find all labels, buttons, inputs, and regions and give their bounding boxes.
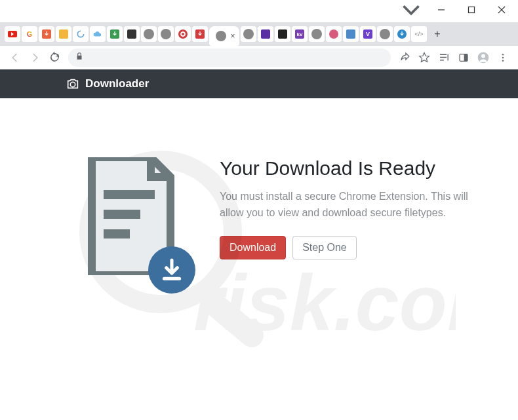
tab-strip: G × kv V </> + [0, 22, 518, 46]
share-icon[interactable] [395, 48, 414, 67]
document-download-icon [79, 157, 190, 288]
tab-shield[interactable] [258, 26, 273, 42]
tab-gear[interactable] [275, 26, 290, 42]
tab-active[interactable]: × [209, 26, 239, 46]
tab-cloud[interactable] [90, 26, 106, 42]
tab-globe-1[interactable] [141, 26, 157, 42]
bookmark-star-icon[interactable] [414, 48, 434, 67]
page-heading: Your Download Is Ready [220, 157, 472, 180]
maximize-button[interactable] [456, 0, 487, 20]
reading-list-icon[interactable] [434, 48, 454, 67]
minimize-button[interactable] [426, 0, 456, 20]
svg-rect-14 [104, 190, 155, 199]
camera-icon [66, 77, 80, 91]
svg-point-8 [502, 54, 504, 55]
window-titlebar [0, 0, 518, 22]
download-button[interactable]: Download [220, 236, 286, 259]
lock-icon [75, 52, 84, 63]
svg-rect-12 [198, 288, 268, 352]
step-one-button[interactable]: Step One [292, 236, 357, 259]
tab-download-green[interactable] [107, 26, 123, 42]
tab-download-blue[interactable] [394, 26, 410, 42]
tab-target[interactable] [175, 26, 191, 42]
address-bar [0, 46, 518, 69]
tab-globe-2[interactable] [158, 26, 174, 42]
text-column: Your Download Is Ready You must install … [220, 157, 472, 288]
tab-download-red[interactable] [192, 26, 208, 42]
svg-point-9 [502, 56, 504, 58]
tab-download-orange[interactable] [39, 26, 54, 42]
svg-point-7 [481, 54, 485, 58]
tab-kv[interactable]: kv [292, 26, 308, 42]
profile-avatar-icon[interactable] [473, 48, 493, 67]
tab-vbar[interactable]: V [360, 26, 376, 42]
tab-globe-4[interactable] [309, 26, 325, 42]
side-panel-icon[interactable] [454, 48, 473, 67]
back-button[interactable] [5, 48, 25, 67]
button-row: Download Step One [220, 236, 472, 259]
kebab-menu-icon[interactable] [493, 48, 513, 67]
brand-name: Downloader [85, 77, 149, 90]
tab-rec[interactable] [326, 26, 342, 42]
close-window-button[interactable] [487, 0, 517, 20]
tab-sync[interactable] [73, 26, 89, 42]
svg-rect-16 [104, 229, 130, 239]
forward-button[interactable] [25, 48, 45, 67]
page-content: risk.com Downloader Your Download Is Rea… [0, 69, 518, 420]
tab-google[interactable]: G [22, 26, 37, 42]
tab-globe-3[interactable] [241, 26, 256, 42]
tab-stack-blue[interactable] [343, 26, 359, 42]
tab-screen[interactable] [124, 26, 140, 42]
download-arrow-icon [148, 246, 195, 294]
tab-stack-yellow[interactable] [56, 26, 71, 42]
tab-code[interactable]: </> [411, 26, 427, 42]
svg-rect-15 [104, 210, 140, 219]
svg-rect-5 [464, 54, 468, 61]
new-tab-button[interactable]: + [428, 26, 447, 42]
site-banner: Downloader [0, 69, 518, 98]
reload-button[interactable] [45, 48, 64, 67]
omnibox[interactable] [68, 48, 391, 67]
tab-youtube[interactable] [5, 26, 20, 42]
svg-point-10 [502, 60, 504, 61]
tab-globe-5[interactable] [377, 26, 393, 42]
main-content: Your Download Is Ready You must install … [0, 98, 518, 288]
close-tab-icon[interactable]: × [230, 31, 235, 41]
svg-rect-1 [469, 7, 475, 13]
tabs-dropdown-button[interactable] [396, 0, 426, 20]
page-description: You must install a secure Chrome Extensi… [220, 189, 472, 221]
